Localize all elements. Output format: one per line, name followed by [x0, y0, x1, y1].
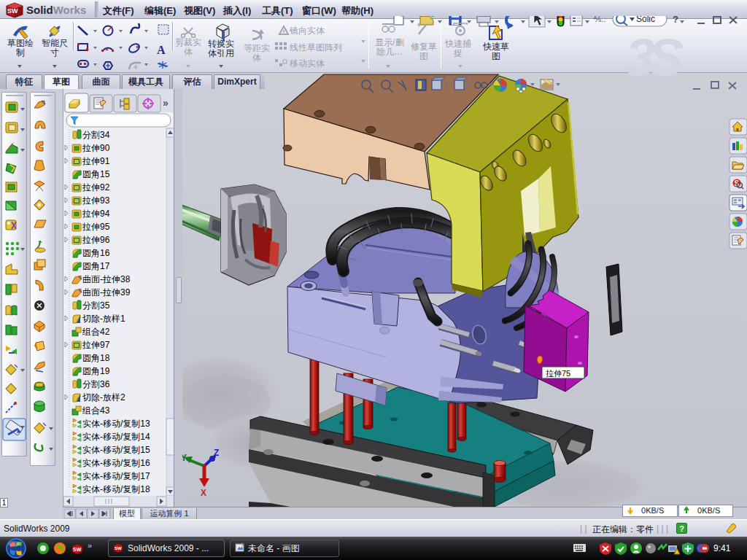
svg-text:A: A [157, 44, 166, 56]
svg-text:»: » [163, 97, 169, 109]
svg-text:X: X [201, 488, 206, 498]
svg-text:»: » [88, 542, 92, 550]
svg-text:SW: SW [115, 546, 122, 551]
svg-text:Y: Y [182, 453, 187, 463]
svg-text:拉伸75: 拉伸75 [546, 369, 570, 378]
svg-text:?: ? [673, 16, 678, 25]
svg-text:SW: SW [7, 7, 18, 15]
svg-text:SW: SW [73, 547, 82, 552]
svg-text:Z: Z [214, 448, 219, 458]
svg-text:⅍..: ⅍.. [593, 16, 605, 23]
svg-text:Solic: Solic [636, 16, 655, 24]
svg-text:SolidWorks: SolidWorks [26, 4, 86, 16]
